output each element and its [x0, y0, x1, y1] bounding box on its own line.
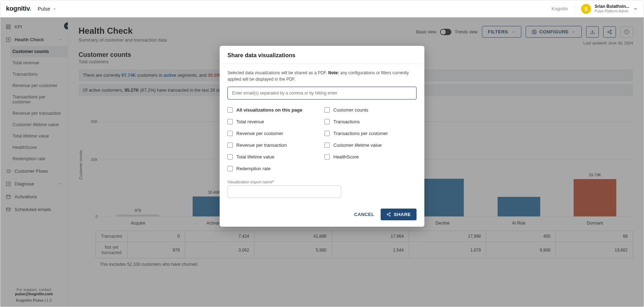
user-menu[interactable]: S Srian Bulathsin... Pulse Platform Admi…	[574, 4, 638, 14]
viz-checkbox-item[interactable]: All visualizations on this page	[227, 107, 320, 113]
viz-checkbox-item[interactable]: Customer lifetime value	[324, 142, 417, 148]
brand-logo[interactable]: kognitiv.	[6, 5, 31, 12]
svg-line-22	[388, 214, 390, 214]
share-modal: Share data visualizations Selected data …	[220, 46, 424, 227]
viz-checkbox-item[interactable]: Revenue per customer	[227, 131, 320, 136]
checkbox-label: Revenue per customer	[236, 131, 283, 136]
checkbox-label: Total lifetime value	[236, 154, 274, 160]
viz-checkbox-item[interactable]: HealthScore	[324, 154, 417, 160]
checkbox-label: Customer counts	[333, 107, 368, 113]
share-email-input[interactable]	[227, 87, 417, 99]
viz-checkbox-item[interactable]: Transactions per customer	[324, 131, 417, 136]
export-name-input[interactable]	[227, 185, 341, 198]
checkbox-label: Transactions	[333, 119, 360, 124]
user-role: Pulse Platform Admin	[595, 9, 629, 13]
chevron-down-icon	[52, 7, 57, 11]
modal-overlay[interactable]: Share data visualizations Selected data …	[0, 17, 644, 307]
checkbox-label: Redemption rate	[236, 166, 270, 171]
avatar: S	[581, 4, 591, 14]
checkbox[interactable]	[227, 107, 233, 113]
kognitiv-link[interactable]: Kognitiv	[552, 6, 568, 11]
checkbox-label: Transactions per customer	[333, 131, 388, 136]
checkbox-label: HealthScore	[333, 154, 359, 160]
svg-point-19	[387, 214, 388, 215]
svg-point-18	[389, 212, 390, 214]
share-icon	[386, 212, 391, 217]
modal-title: Share data visualizations	[227, 52, 417, 59]
checkbox[interactable]	[227, 119, 233, 124]
cancel-button[interactable]: CANCEL	[354, 212, 374, 217]
checkbox-label: Customer lifetime value	[333, 142, 382, 148]
viz-checkbox-item[interactable]: Customer counts	[324, 107, 417, 113]
share-submit-button[interactable]: SHARE	[381, 209, 417, 220]
checkbox[interactable]	[227, 142, 233, 148]
checkbox-label: Total revenue	[236, 119, 264, 124]
svg-point-20	[389, 215, 390, 216]
checkbox[interactable]	[324, 142, 330, 148]
app-picker-label: Pulse	[38, 6, 50, 12]
viz-checkbox-item[interactable]: Transactions	[324, 119, 417, 124]
checkbox[interactable]	[324, 107, 330, 113]
modal-description: Selected data visualizations will be sha…	[227, 70, 417, 82]
checkbox[interactable]	[324, 131, 330, 136]
app-picker[interactable]: Pulse	[38, 6, 57, 12]
viz-checkbox-item[interactable]: Redemption rate	[227, 166, 320, 171]
checkbox[interactable]	[324, 119, 330, 124]
checkbox[interactable]	[324, 154, 330, 160]
viz-checkbox-item[interactable]: Revenue per transaction	[227, 142, 320, 148]
checkbox-label: All visualizations on this page	[236, 107, 302, 113]
checkbox-label: Revenue per transaction	[236, 142, 287, 148]
topbar: kognitiv. Pulse Kognitiv S Srian Bulaths…	[0, 0, 644, 17]
checkbox[interactable]	[227, 131, 233, 136]
export-name-label: Visualization export name*	[227, 180, 417, 184]
svg-line-21	[388, 215, 390, 215]
chevron-down-icon	[633, 6, 638, 11]
user-name: Srian Bulathsin...	[595, 4, 629, 9]
viz-checkbox-item[interactable]: Total lifetime value	[227, 154, 320, 160]
checkbox[interactable]	[227, 166, 233, 171]
checkbox[interactable]	[227, 154, 233, 160]
viz-checkbox-item[interactable]: Total revenue	[227, 119, 320, 124]
